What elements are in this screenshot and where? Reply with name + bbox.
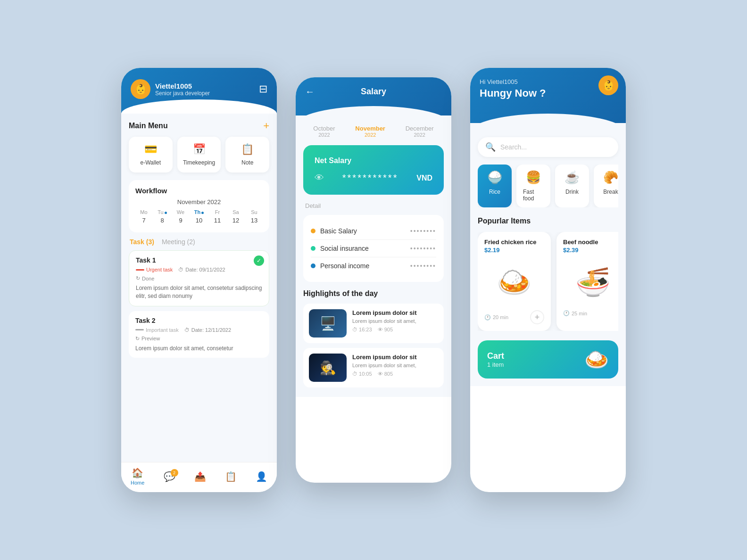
username: Viettel1005 <box>155 82 259 90</box>
food-title: Hungy Now ? <box>480 87 616 99</box>
menu-ewallet[interactable]: 💳 e-Wallet <box>129 137 173 173</box>
task2-date: ⏱ Date: 12/11/2022 <box>184 327 231 333</box>
month-december[interactable]: December 2022 <box>406 125 434 138</box>
social-insurance-value: •••••••• <box>410 245 436 252</box>
search-bar[interactable]: 🔍 Search... <box>478 137 618 157</box>
salary-title: Salary <box>361 87 386 97</box>
personal-income-dot <box>311 264 315 268</box>
ewallet-icon: 💳 <box>144 143 157 156</box>
news-views-2: 👁 805 <box>378 371 393 377</box>
month-november[interactable]: November 2022 <box>355 125 385 138</box>
scan-icon[interactable]: ⊟ <box>259 83 267 95</box>
upload-icon: 📤 <box>194 471 206 482</box>
task1-status: ↻ Done <box>136 275 262 281</box>
breakfast-emoji: 🥐 <box>603 170 618 185</box>
nav-messages[interactable]: 💬 2 <box>164 471 175 482</box>
highlights-title: Highlights of the day <box>303 289 444 298</box>
cart-bar[interactable]: Cart 1 item 🍛 <box>478 340 618 379</box>
tasks-header: Task (3) Meeting (2) <box>129 238 269 246</box>
cart-count: 1 item <box>487 361 504 368</box>
popular-title: Popurlar Items <box>478 217 618 225</box>
news-thumb-2: 🕵️ <box>309 354 347 382</box>
rice-emoji: 🍚 <box>487 170 502 185</box>
salary-currency: VND <box>416 174 432 182</box>
news-item-1[interactable]: 🖥️ Lorem ipsum dolor sit Lorem ipsum dol… <box>303 304 444 343</box>
news-meta-2: ⏱ 10:05 👁 805 <box>352 371 438 377</box>
news-time-2: ⏱ 10:05 <box>352 371 372 377</box>
news-title-2: Lorem ipsum dolor sit <box>352 354 438 361</box>
note-label: Note <box>241 159 253 166</box>
salary-card-label: Net Salary <box>315 156 432 165</box>
nav-notes[interactable]: 📋 <box>225 471 237 482</box>
news-content-1: Lorem ipsum dolor sit Lorem ipsum dolor … <box>352 309 438 338</box>
workflow-title: Workflow <box>135 187 263 195</box>
food-greeting: Hi Viettel1005 <box>480 78 616 85</box>
food1-image: 🍛 <box>484 258 544 305</box>
search-icon: 🔍 <box>485 142 496 152</box>
calendar-month: November 2022 <box>135 198 263 206</box>
salary-masked: *********** <box>342 173 398 183</box>
news-meta-1: ⏱ 16:23 👁 905 <box>352 327 438 332</box>
cart-info: Cart 1 item <box>487 351 504 368</box>
add-food1-button[interactable]: + <box>530 310 544 324</box>
home-icon: 🏠 <box>132 467 143 478</box>
news-thumb-1: 🖥️ <box>309 309 347 338</box>
phone3-body: 🔍 Search... 🍚 Rice 🍔 Fast food ☕ Drink <box>470 123 626 386</box>
month-october[interactable]: October 2022 <box>313 125 335 138</box>
phone-main-menu: 👶 Viettel1005 Senior java developer ⊟ Ma… <box>121 68 277 492</box>
fastfood-emoji: 🍔 <box>526 170 541 185</box>
salary-row-basic: Basic Salary •••••••• <box>311 222 436 240</box>
tasks-meeting-tab[interactable]: Meeting (2) <box>162 238 195 246</box>
user-info: Viettel1005 Senior java developer <box>155 82 259 97</box>
tasks-active-tab[interactable]: Task (3) <box>130 238 154 246</box>
food-card-1[interactable]: Fried chicken rice $2.19 🍛 🕐 20 min + <box>478 232 551 331</box>
category-drink[interactable]: ☕ Drink <box>555 165 589 207</box>
menu-grid: 💳 e-Wallet 📅 Timekeeping 📋 Note <box>129 137 269 173</box>
category-row: 🍚 Rice 🍔 Fast food ☕ Drink 🥐 Break <box>478 165 618 207</box>
category-fastfood[interactable]: 🍔 Fast food <box>516 165 550 207</box>
food-cards-row: Fried chicken rice $2.19 🍛 🕐 20 min + Be… <box>478 232 618 331</box>
back-button[interactable]: ← <box>305 86 315 97</box>
personal-income-label: Personal income <box>320 262 369 270</box>
task1-desc: Lorem ipsum dolor sit amet, consetetur s… <box>136 284 262 300</box>
drink-label: Drink <box>565 189 579 195</box>
news-content-2: Lorem ipsum dolor sit Lorem ipsum dolor … <box>352 354 438 382</box>
nav-home[interactable]: 🏠 Home <box>131 467 144 486</box>
timekeeping-label: Timekeeping <box>183 159 215 166</box>
food-card-2[interactable]: Beef noodle $2.39 🍜 🕐 25 min <box>556 232 618 331</box>
search-placeholder: Search... <box>500 143 527 151</box>
menu-timekeeping[interactable]: 📅 Timekeeping <box>177 137 221 173</box>
personal-income-value: •••••••• <box>410 262 436 270</box>
calendar-dates: 7 8 9 10 11 12 13 <box>135 217 263 224</box>
news-time-1: ⏱ 16:23 <box>352 327 372 332</box>
food2-bottom: 🕐 25 min <box>563 310 618 316</box>
eye-icon[interactable]: 👁 <box>315 173 324 183</box>
category-rice[interactable]: 🍚 Rice <box>478 165 512 207</box>
notes-icon: 📋 <box>225 471 237 482</box>
social-insurance-label: Social insurance <box>320 245 369 252</box>
menu-note[interactable]: 📋 Note <box>225 137 269 173</box>
category-breakfast[interactable]: 🥐 Break <box>594 165 618 207</box>
news-title-1: Lorem ipsum dolor sit <box>352 309 438 316</box>
workflow-section: Workflow November 2022 Mo Tu We Th Fr Sa… <box>129 180 269 232</box>
message-badge: 2 <box>171 469 178 477</box>
bottom-nav: 🏠 Home 💬 2 📤 📋 👤 <box>121 462 277 492</box>
task-done-check: ✓ <box>254 255 264 266</box>
phone-salary: ← Salary October 2022 November 2022 Dece… <box>296 77 451 483</box>
task2-desc: Lorem ipsum dolor sit amet, consetetur <box>135 345 263 353</box>
news-item-2[interactable]: 🕵️ Lorem ipsum dolor sit Lorem ipsum dol… <box>303 348 444 387</box>
add-button[interactable]: + <box>263 120 269 132</box>
task1-priority: Urgent task <box>136 267 173 272</box>
timekeeping-icon: 📅 <box>193 143 206 156</box>
note-icon: 📋 <box>241 143 254 156</box>
task1-name: Task 1 <box>136 256 262 264</box>
nav-profile[interactable]: 👤 <box>256 471 267 482</box>
salary-amount-row: 👁 *********** VND <box>315 173 432 183</box>
salary-row-social: Social insurance •••••••• <box>311 240 436 257</box>
nav-upload[interactable]: 📤 <box>194 471 206 482</box>
cart-food-image: 🍛 <box>584 348 609 371</box>
news-desc-2: Lorem ipsum dolor sit amet, <box>352 362 438 368</box>
task2-status: ↻ Preview <box>135 336 263 342</box>
basic-salary-dot <box>311 229 315 233</box>
phone3-header: Hi Viettel1005 Hungy Now ? 👶 <box>470 68 626 123</box>
